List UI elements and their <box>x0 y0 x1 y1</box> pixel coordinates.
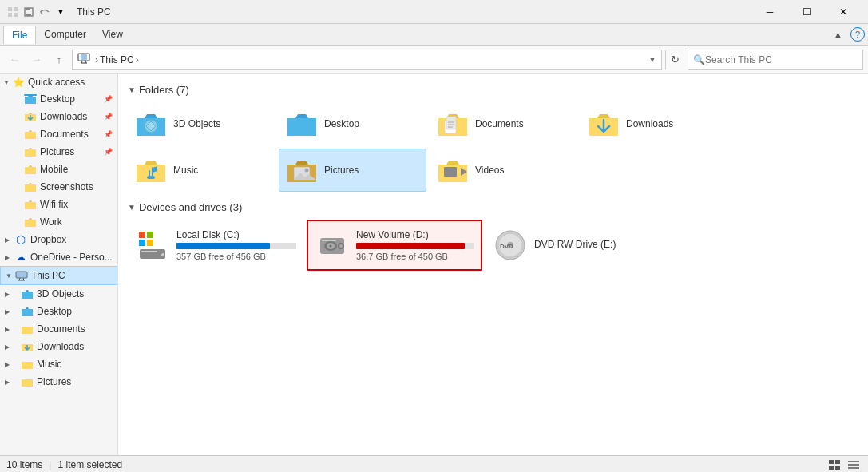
folder-pictures[interactable]: Pictures <box>279 149 426 192</box>
sidebar-item-pictures[interactable]: Pictures 📌 <box>0 143 117 161</box>
quick-access-icon[interactable] <box>6 6 19 18</box>
folder-desktop-icon <box>286 108 318 140</box>
sidebar-documents-label: Documents <box>40 129 89 140</box>
tab-computer[interactable]: Computer <box>36 26 94 43</box>
forward-button[interactable]: → <box>27 50 46 69</box>
drive-e[interactable]: DVD DVD RW Drive (E:) <box>486 220 661 271</box>
folder-downloads[interactable]: Downloads <box>581 102 728 145</box>
svg-rect-31 <box>139 232 145 238</box>
svg-point-28 <box>305 169 309 173</box>
restore-button[interactable]: ☐ <box>788 0 825 24</box>
svg-rect-29 <box>444 167 457 177</box>
desktop2-icon <box>21 305 34 318</box>
dropbox-icon: ⬡ <box>14 233 27 246</box>
ribbon-collapse-button[interactable]: ▲ <box>829 28 847 41</box>
folder-videos-label: Videos <box>475 165 504 176</box>
addr-sep: › <box>95 54 98 65</box>
folder-desktop[interactable]: Desktop <box>279 102 426 145</box>
svg-point-44 <box>330 245 332 248</box>
folder-documents[interactable]: Documents <box>430 102 577 145</box>
folder-downloads-icon <box>588 108 620 140</box>
drive-c-name: Local Disk (C:) <box>176 229 296 240</box>
sidebar-item-documents2[interactable]: ▶ Documents <box>0 320 117 338</box>
sidebar-item-work[interactable]: Work <box>0 213 117 231</box>
addr-part-thispc: This PC <box>100 54 134 65</box>
minimize-button[interactable]: ─ <box>751 0 788 24</box>
svg-rect-5 <box>26 14 31 16</box>
svg-rect-36 <box>141 251 157 252</box>
svg-rect-1 <box>14 7 18 11</box>
refresh-button[interactable]: ↻ <box>665 50 684 69</box>
sidebar-item-3dobjects[interactable]: ▶ 3D Objects <box>0 285 117 303</box>
folder-videos[interactable]: Videos <box>430 149 577 192</box>
sidebar-item-music[interactable]: ▶ Music <box>0 355 117 373</box>
sidebar-item-desktop2[interactable]: ▶ Desktop <box>0 303 117 320</box>
save-icon[interactable] <box>22 6 35 18</box>
pictures2-icon <box>21 375 34 388</box>
sidebar-quick-access-header[interactable]: ▼ ⭐ Quick access <box>0 74 117 90</box>
wififix-folder-icon <box>24 198 37 211</box>
svg-point-24 <box>150 176 155 179</box>
sidebar-item-downloads2[interactable]: ▶ Downloads <box>0 338 117 355</box>
window-controls: ─ ☐ ✕ <box>751 0 862 24</box>
search-box[interactable]: 🔍 <box>688 50 863 70</box>
folder-3dobjects[interactable]: 3D Objects <box>128 102 275 145</box>
drive-d[interactable]: New Volume (D:) 36.7 GB free of 450 GB <box>307 220 482 271</box>
sidebar-screenshots-label: Screenshots <box>40 181 93 192</box>
folder-music[interactable]: Music <box>128 149 275 192</box>
svg-rect-50 <box>835 460 840 464</box>
work-folder-icon <box>24 216 37 228</box>
details-view-button[interactable] <box>846 458 862 472</box>
drives-section-label: Devices and drives (3) <box>139 201 242 213</box>
addr-dropdown-btn[interactable]: ▼ <box>648 55 656 64</box>
address-box[interactable]: › This PC › ▼ <box>72 50 662 70</box>
drive-d-free: 36.7 GB free of 450 GB <box>356 252 474 261</box>
sidebar-downloads-label: Downloads <box>40 111 87 122</box>
folders-section-header[interactable]: ▼ Folders (7) <box>128 84 858 96</box>
sidebar-item-mobile[interactable]: Mobile <box>0 161 117 178</box>
folder-grid: 3D Objects Desktop <box>128 102 858 192</box>
sidebar-item-documents[interactable]: Documents 📌 <box>0 125 117 143</box>
drive-e-name: DVD RW Drive (E:) <box>534 239 654 250</box>
pictures-folder-icon <box>24 145 37 158</box>
dropdown-icon[interactable]: ▼ <box>54 6 67 18</box>
drives-section-header[interactable]: ▼ Devices and drives (3) <box>128 201 858 213</box>
drives-grid: Local Disk (C:) 357 GB free of 456 GB <box>128 220 858 271</box>
sidebar-item-desktop[interactable]: Desktop 📌 <box>0 90 117 108</box>
sidebar-wififix-label: Wifi fix <box>40 199 68 210</box>
folder-3dobjects-icon <box>135 108 167 140</box>
sidebar-item-wififix[interactable]: Wifi fix <box>0 196 117 213</box>
quick-access-icon: ⭐ <box>13 77 25 88</box>
large-icons-view-button[interactable] <box>826 458 842 472</box>
sidebar-item-onedrive[interactable]: ▶ ☁ OneDrive - Perso... <box>0 248 117 266</box>
sidebar-item-screenshots[interactable]: Screenshots <box>0 178 117 196</box>
drive-c-icon <box>135 228 170 263</box>
sidebar-item-downloads[interactable]: Downloads 📌 <box>0 108 117 125</box>
documents-folder-icon <box>24 128 37 141</box>
svg-point-37 <box>161 253 164 256</box>
sidebar-desktop2-label: Desktop <box>37 306 72 317</box>
sidebar-item-pictures2[interactable]: ▶ Pictures <box>0 373 117 391</box>
sidebar-item-thispc[interactable]: ▼ This PC <box>0 266 117 285</box>
3dobjects-icon <box>21 288 34 300</box>
title-bar-icons: ▼ <box>6 6 67 18</box>
selected-info: 1 item selected <box>57 459 122 470</box>
tab-file[interactable]: File <box>3 26 36 44</box>
documents2-icon <box>21 323 34 335</box>
svg-rect-33 <box>139 240 145 246</box>
sidebar-item-dropbox[interactable]: ▶ ⬡ Dropbox <box>0 231 117 248</box>
drive-c[interactable]: Local Disk (C:) 357 GB free of 456 GB <box>128 220 303 271</box>
drive-d-name: New Volume (D:) <box>356 229 474 240</box>
undo-icon[interactable] <box>38 6 51 18</box>
tab-view[interactable]: View <box>94 26 131 43</box>
back-button[interactable]: ← <box>5 50 24 69</box>
status-divider: | <box>49 459 51 470</box>
help-button[interactable]: ? <box>850 27 865 42</box>
up-button[interactable]: ↑ <box>50 50 69 69</box>
sidebar-documents2-label: Documents <box>37 323 85 335</box>
drive-d-bar-fill <box>356 243 465 249</box>
svg-rect-39 <box>322 240 336 241</box>
sidebar-work-label: Work <box>40 216 62 228</box>
search-input[interactable] <box>705 54 858 65</box>
close-button[interactable]: ✕ <box>825 0 862 24</box>
